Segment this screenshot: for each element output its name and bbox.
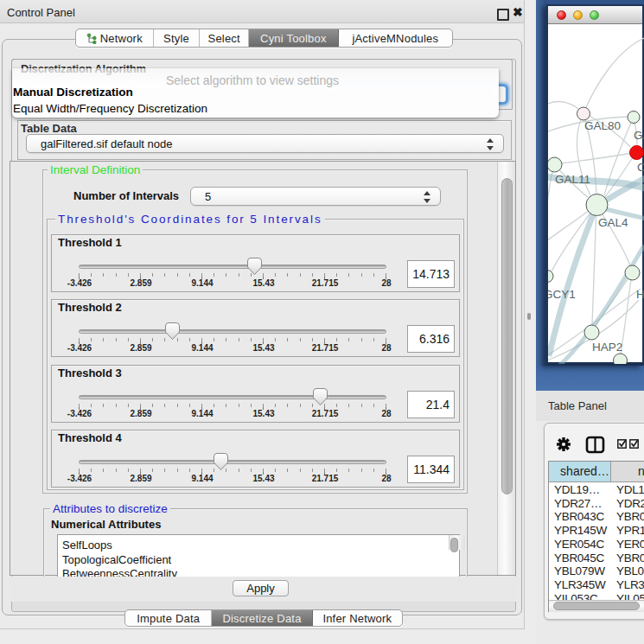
svg-text:GAL4: GAL4 bbox=[598, 216, 628, 229]
svg-text:GCY1: GCY1 bbox=[548, 288, 576, 301]
svg-text:H: H bbox=[636, 288, 644, 301]
svg-text:GAL80: GAL80 bbox=[584, 119, 621, 132]
svg-text:HAP2: HAP2 bbox=[592, 341, 622, 354]
svg-text:C: C bbox=[637, 161, 644, 174]
svg-text:GA: GA bbox=[634, 129, 644, 142]
svg-text:GAL11: GAL11 bbox=[555, 173, 590, 186]
